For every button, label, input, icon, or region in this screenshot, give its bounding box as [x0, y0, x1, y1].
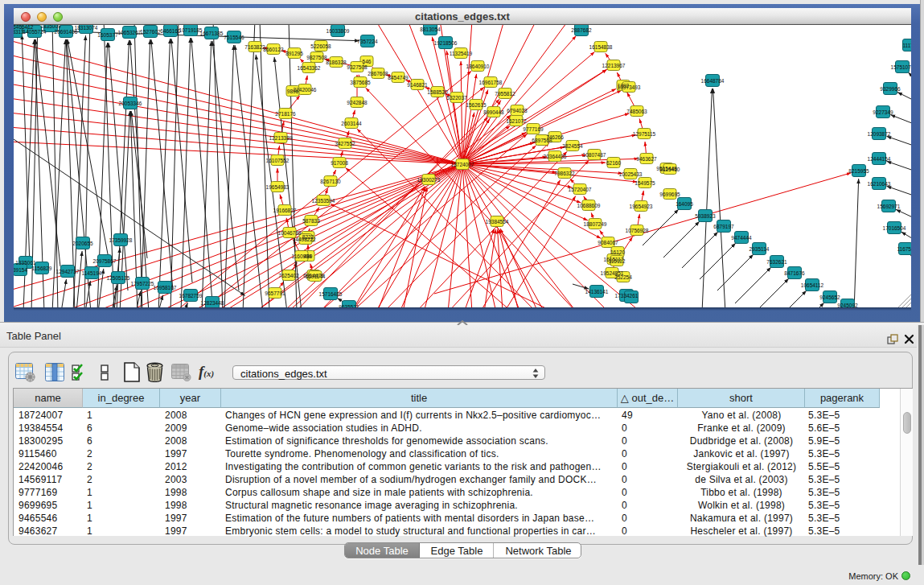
svg-text:10719185: 10719185 [179, 27, 203, 33]
svg-text:16033809: 16033809 [326, 28, 350, 34]
svg-text:252254: 252254 [614, 274, 632, 280]
svg-text:17016504: 17016504 [883, 225, 906, 231]
svg-text:3824554: 3824554 [562, 143, 583, 149]
svg-text:16648784: 16648784 [701, 78, 725, 84]
svg-text:20975867: 20975867 [93, 258, 117, 264]
svg-text:8471676: 8471676 [784, 270, 805, 276]
svg-text:164095: 164095 [676, 201, 693, 207]
svg-text:9463627: 9463627 [636, 156, 657, 162]
svg-text:20053346: 20053346 [119, 101, 142, 106]
svg-text:1605377: 1605377 [97, 32, 118, 38]
svg-text:19654983: 19654983 [266, 184, 290, 190]
svg-text:39154: 39154 [14, 267, 27, 273]
svg-text:19218506: 19218506 [434, 40, 458, 46]
svg-text:7515546: 7515546 [224, 35, 244, 40]
svg-text:5322037: 5322037 [446, 95, 467, 101]
svg-text:7485063: 7485063 [626, 109, 647, 114]
svg-text:4498222: 4498222 [295, 237, 316, 242]
svg-text:5938923: 5938923 [695, 213, 716, 219]
svg-text:16671385: 16671385 [200, 31, 224, 36]
svg-text:3875685: 3875685 [350, 80, 371, 85]
svg-text:1562615: 1562615 [466, 102, 487, 108]
svg-text:8186328: 8186328 [326, 60, 347, 65]
svg-text:7163822: 7163822 [244, 44, 265, 50]
svg-text:15692971: 15692971 [877, 204, 901, 209]
svg-text:9245652: 9245652 [819, 295, 840, 300]
svg-text:12213967: 12213967 [602, 63, 626, 68]
svg-text:9327508: 9327508 [347, 64, 368, 70]
svg-text:16120: 16120 [610, 249, 625, 255]
svg-text:8990448: 8990448 [483, 109, 504, 115]
svg-text:2603144: 2603144 [341, 121, 362, 126]
svg-text:7625402: 7625402 [278, 273, 299, 278]
svg-text:16543362: 16543362 [298, 65, 321, 71]
svg-text:9084067: 9084067 [598, 240, 618, 245]
svg-text:10807487: 10807487 [583, 152, 606, 158]
svg-text:10973493: 10973493 [618, 84, 641, 90]
svg-text:12353594: 12353594 [312, 198, 335, 204]
svg-text:20364436: 20364436 [544, 154, 567, 159]
svg-text:891295: 891295 [285, 51, 303, 56]
svg-text:9699695: 9699695 [659, 192, 680, 197]
svg-text:19384554: 19384554 [486, 219, 509, 225]
svg-text:12942737: 12942737 [56, 269, 80, 274]
svg-text:18313074: 18313074 [75, 25, 98, 31]
svg-text:10688609: 10688609 [577, 203, 601, 208]
svg-text:9242848: 9242848 [347, 100, 368, 105]
svg-text:16210643: 16210643 [868, 181, 891, 187]
svg-text:8215955: 8215955 [848, 168, 869, 174]
svg-text:15716485: 15716485 [319, 291, 343, 297]
svg-text:1335061: 1335061 [15, 260, 36, 266]
svg-text:14055724: 14055724 [23, 29, 47, 35]
svg-text:587833: 587833 [302, 218, 320, 224]
svg-text:17359928: 17359928 [109, 237, 133, 243]
svg-text:9115460: 9115460 [660, 167, 680, 172]
svg-text:7357224: 7357224 [357, 39, 378, 44]
svg-text:115112: 115112 [609, 258, 626, 264]
svg-text:7986322: 7986322 [554, 171, 575, 176]
svg-text:9657791: 9657791 [265, 290, 285, 296]
svg-text:8267130: 8267130 [320, 179, 341, 184]
svg-text:18640910: 18640910 [466, 64, 490, 69]
svg-text:3427552: 3427552 [335, 141, 355, 146]
svg-text:1621072: 1621072 [506, 118, 527, 124]
svg-text:10756928: 10756928 [626, 228, 649, 233]
svg-text:11174: 11174 [902, 43, 911, 48]
svg-text:18807249: 18807249 [584, 221, 607, 227]
svg-text:16782759: 16782759 [179, 293, 203, 299]
svg-text:10958107: 10958107 [154, 285, 177, 290]
svg-text:12444154: 12444154 [868, 156, 891, 162]
svg-text:2935114: 2935114 [749, 246, 770, 252]
svg-text:15720407: 15720407 [569, 187, 592, 192]
svg-text:12093872: 12093872 [868, 131, 891, 137]
svg-text:9896: 9896 [287, 89, 299, 94]
svg-text:8454749: 8454749 [388, 75, 409, 80]
svg-text:6466160: 6466160 [160, 28, 181, 34]
svg-text:14136141: 14136141 [585, 289, 609, 295]
svg-text:10025433: 10025433 [619, 171, 643, 177]
svg-text:62160: 62160 [606, 160, 621, 166]
svg-text:1160994: 1160994 [292, 253, 312, 259]
svg-text:12213389: 12213389 [269, 135, 293, 141]
svg-text:19166827: 19166827 [273, 208, 297, 213]
svg-text:7955812: 7955812 [495, 91, 515, 97]
svg-text:9474444: 9474444 [731, 235, 752, 241]
svg-text:9777169: 9777169 [523, 126, 544, 132]
svg-text:9146821: 9146821 [407, 82, 428, 88]
svg-text:16107552: 16107552 [266, 158, 290, 163]
svg-text:9329966: 9329966 [880, 86, 901, 92]
svg-text:15751074: 15751074 [891, 64, 911, 70]
svg-text:10046788: 10046788 [278, 230, 302, 236]
svg-text:6794028: 6794028 [507, 108, 528, 113]
svg-text:2020655: 2020655 [72, 241, 93, 246]
svg-text:11325419: 11325419 [450, 51, 473, 56]
svg-text:18724007: 18724007 [451, 162, 474, 167]
svg-text:1156829: 1156829 [32, 266, 52, 271]
svg-text:1549575: 1549575 [634, 180, 655, 186]
svg-text:1588520: 1588520 [427, 89, 448, 95]
svg-text:903313: 903313 [14, 29, 24, 35]
svg-text:1691144: 1691144 [306, 274, 326, 279]
svg-text:5226058: 5226058 [310, 43, 331, 49]
svg-text:16961758: 16961758 [479, 80, 503, 85]
svg-text:17957225: 17957225 [131, 281, 154, 286]
